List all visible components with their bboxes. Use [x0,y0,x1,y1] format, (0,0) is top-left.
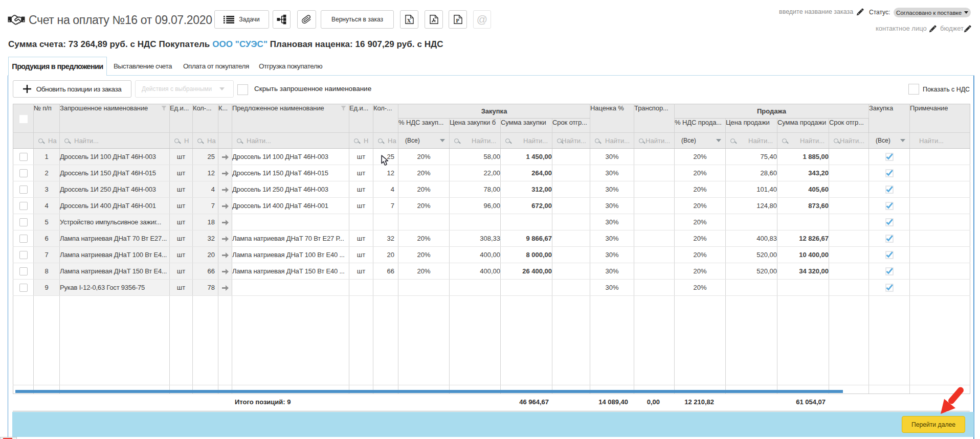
svg-text:P: P [456,18,459,24]
svg-text:X: X [407,18,411,24]
